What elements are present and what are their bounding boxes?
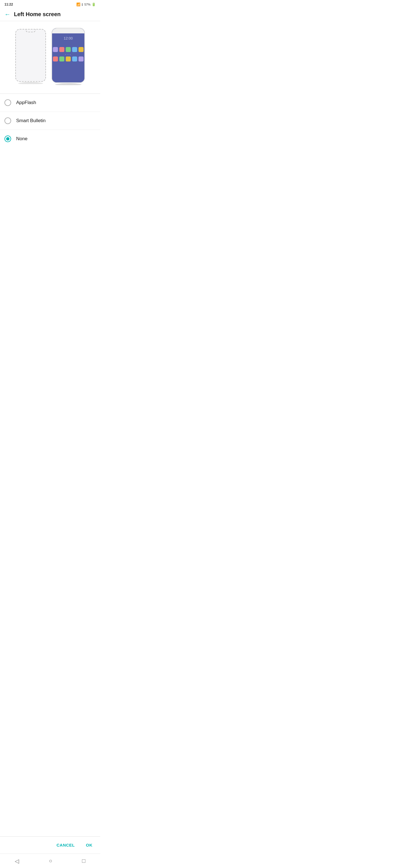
app-icon-1 xyxy=(53,47,58,52)
app-icon-4 xyxy=(72,47,77,52)
active-phone-shadow xyxy=(55,84,82,86)
battery-icon: 🔋 xyxy=(92,2,96,6)
phone-illustration-area: 12:00 • • • xyxy=(0,21,100,93)
phone-app-row-1 xyxy=(53,47,84,52)
status-right: 📶 ⫿ 57% 🔋 xyxy=(76,2,96,6)
app-icon-10 xyxy=(79,57,84,61)
empty-phone xyxy=(15,29,46,82)
option-none-label: None xyxy=(16,136,28,142)
page-header: ← Left Home screen xyxy=(0,8,100,21)
active-phone-notch-area xyxy=(52,28,84,33)
options-list: AppFlash Smart Bulletin None xyxy=(0,94,100,148)
status-bar: 11:22 📶 ⫿ 57% 🔋 xyxy=(0,0,100,8)
wifi-icon: 📶 xyxy=(76,2,81,6)
option-appflash-label: AppFlash xyxy=(16,100,36,105)
page-title: Left Home screen xyxy=(14,11,61,18)
option-appflash[interactable]: AppFlash xyxy=(0,94,100,112)
option-smartbulletin[interactable]: Smart Bulletin xyxy=(0,112,100,130)
option-none[interactable]: None xyxy=(0,130,100,148)
app-icon-3 xyxy=(66,47,71,52)
app-icon-9 xyxy=(72,57,77,61)
back-button[interactable]: ← xyxy=(4,11,10,18)
app-icon-8 xyxy=(66,57,71,61)
app-icon-2 xyxy=(59,47,64,52)
empty-phone-shadow xyxy=(18,82,43,85)
phone-app-row-2 xyxy=(53,57,84,61)
phone-clock: 12:00 xyxy=(64,36,73,40)
active-phone: 12:00 • • • xyxy=(52,28,85,83)
radio-none[interactable] xyxy=(4,135,11,142)
radio-smartbulletin[interactable] xyxy=(4,117,11,124)
option-smartbulletin-label: Smart Bulletin xyxy=(16,118,46,124)
active-phone-notch xyxy=(63,30,74,33)
signal-icon: ⫿ xyxy=(82,2,83,6)
active-phone-screen: 12:00 • • • xyxy=(52,33,84,82)
battery-percent: 57% xyxy=(84,3,90,6)
radio-none-inner xyxy=(6,137,9,141)
phone-dots: • • • xyxy=(65,54,71,55)
app-icon-7 xyxy=(59,57,64,61)
app-icon-5 xyxy=(79,47,84,52)
empty-phone-notch xyxy=(26,30,36,32)
status-time: 11:22 xyxy=(4,2,13,6)
app-icon-6 xyxy=(53,57,58,61)
radio-appflash[interactable] xyxy=(4,99,11,106)
